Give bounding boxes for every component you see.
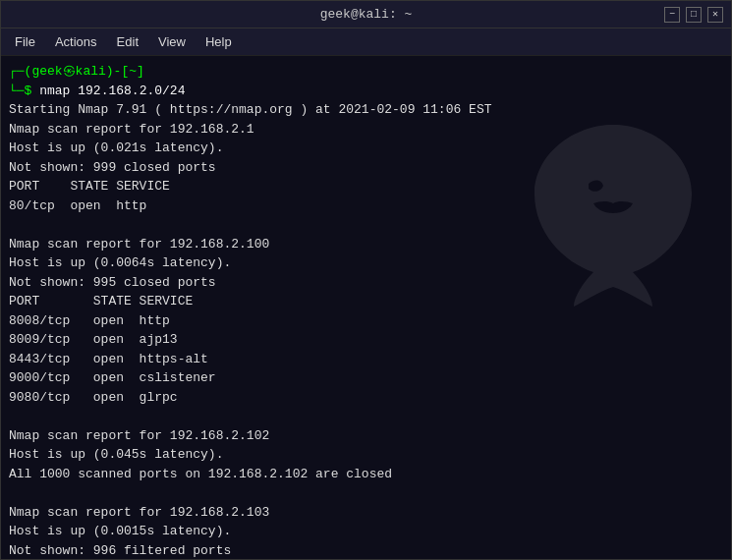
menu-edit[interactable]: Edit xyxy=(109,32,146,51)
menu-view[interactable]: View xyxy=(150,32,194,51)
title-bar: geek@kali: ~ − □ ✕ xyxy=(1,1,731,28)
menu-help[interactable]: Help xyxy=(197,32,240,51)
terminal-output: Starting Nmap 7.91 ( https://nmap.org ) … xyxy=(9,100,723,559)
menu-bar: File Actions Edit View Help xyxy=(1,28,731,56)
terminal-command: nmap 192.168.2.0/24 xyxy=(39,84,185,98)
prompt-dollar: └─$ xyxy=(9,84,39,98)
terminal-body[interactable]: ┌─(geek㉿kali)-[~] └─$ nmap 192.168.2.0/2… xyxy=(1,56,731,559)
prompt-user-display: ┌─(geek㉿kali)-[~] xyxy=(9,64,144,79)
terminal-prompt-line2: └─$ nmap 192.168.2.0/24 xyxy=(9,82,723,101)
minimize-button[interactable]: − xyxy=(664,7,680,23)
title-bar-controls: − □ ✕ xyxy=(664,7,723,23)
window-title: geek@kali: ~ xyxy=(320,7,413,22)
terminal-prompt-line1: ┌─(geek㉿kali)-[~] xyxy=(9,62,723,82)
maximize-button[interactable]: □ xyxy=(686,7,702,23)
terminal-window: geek@kali: ~ − □ ✕ File Actions Edit Vie… xyxy=(0,0,732,560)
menu-file[interactable]: File xyxy=(7,32,43,51)
close-button[interactable]: ✕ xyxy=(707,7,723,23)
menu-actions[interactable]: Actions xyxy=(47,32,105,51)
